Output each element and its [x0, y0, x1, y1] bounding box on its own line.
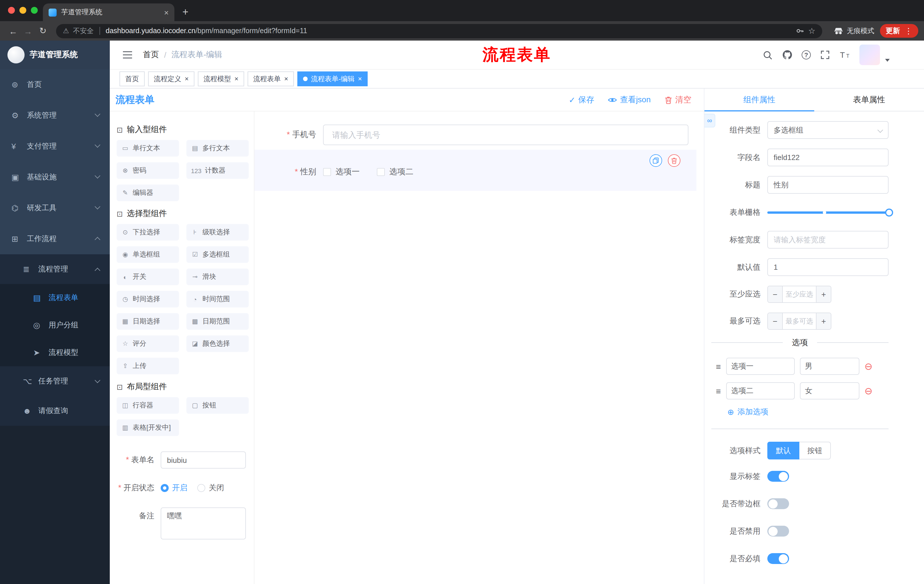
- copy-button[interactable]: [650, 154, 662, 167]
- status-on-radio[interactable]: 开启: [161, 483, 188, 493]
- update-button[interactable]: 更新 ⋮: [880, 24, 918, 38]
- sidebar-item-payment-mgmt[interactable]: ¥ 支付管理: [0, 131, 110, 162]
- fullscreen-icon[interactable]: [819, 49, 831, 61]
- sidebar-item-process-form[interactable]: ▤ 流程表单: [0, 284, 110, 311]
- min-select-input[interactable]: [783, 286, 816, 302]
- remove-option-icon[interactable]: ⊖: [865, 362, 873, 371]
- browser-tab[interactable]: 芋道管理系统 ×: [43, 3, 174, 21]
- gender-option-2-checkbox[interactable]: 选项二: [377, 167, 413, 177]
- component-chip[interactable]: ⊦级联选择: [186, 224, 249, 240]
- component-chip[interactable]: ☆评分: [117, 336, 179, 352]
- bookmark-star-icon[interactable]: ☆: [808, 26, 815, 35]
- search-icon[interactable]: [762, 49, 773, 61]
- component-chip[interactable]: ▢按钮: [186, 397, 249, 414]
- component-chip[interactable]: ▤多行文本: [186, 140, 249, 156]
- component-chip[interactable]: ▦日期选择: [117, 313, 179, 330]
- required-switch[interactable]: [767, 553, 789, 564]
- drag-handle-icon[interactable]: ≡: [716, 386, 721, 396]
- password-key-icon[interactable]: [796, 27, 804, 35]
- tab-component-props[interactable]: 组件属性: [705, 89, 814, 111]
- save-button[interactable]: ✓ 保存: [569, 95, 594, 105]
- sidebar-item-process-model[interactable]: ➤ 流程模型: [0, 339, 110, 366]
- component-chip[interactable]: ⊸滑块: [186, 268, 249, 285]
- show-label-switch[interactable]: [767, 471, 789, 482]
- tag-process-model[interactable]: 流程模型 ×: [198, 71, 244, 86]
- back-button[interactable]: ←: [6, 26, 21, 36]
- sidebar-item-leave-query[interactable]: ☻ 请假查询: [0, 396, 110, 426]
- app-logo[interactable]: 芋道管理系统: [0, 41, 110, 69]
- gender-option-1-checkbox[interactable]: 选项一: [323, 167, 360, 177]
- component-chip[interactable]: ⊙下拉选择: [117, 224, 179, 240]
- sidebar-item-home[interactable]: ⊚ 首页: [0, 69, 110, 100]
- sidebar-item-infrastructure[interactable]: ▣ 基础设施: [0, 162, 110, 192]
- border-switch[interactable]: [767, 498, 789, 509]
- decrease-button[interactable]: −: [768, 286, 783, 302]
- component-chip[interactable]: 123计数器: [186, 162, 249, 179]
- close-icon[interactable]: ×: [284, 76, 288, 82]
- component-chip[interactable]: ◐开关: [117, 268, 179, 285]
- reload-button[interactable]: ↻: [35, 26, 50, 36]
- add-option-button[interactable]: ⊕ 添加选项: [727, 407, 889, 417]
- zoom-window-button[interactable]: [31, 7, 38, 14]
- tag-process-definition[interactable]: 流程定义 ×: [148, 71, 195, 86]
- component-chip[interactable]: ▥表格[开发中]: [117, 419, 179, 436]
- close-icon[interactable]: ×: [358, 76, 362, 82]
- component-chip[interactable]: ☑多选框组: [186, 246, 249, 263]
- hamburger-icon[interactable]: [122, 51, 133, 59]
- label-width-input[interactable]: [767, 231, 889, 248]
- field-name-input[interactable]: [767, 148, 889, 166]
- address-bar[interactable]: ⚠ 不安全 dashboard.yudao.iocoder.cn/bpm/man…: [56, 24, 822, 38]
- drag-handle-icon[interactable]: ≡: [716, 362, 721, 371]
- close-icon[interactable]: ×: [185, 76, 189, 82]
- option-value-input[interactable]: [800, 382, 860, 400]
- font-size-icon[interactable]: TT: [839, 49, 851, 61]
- max-select-input[interactable]: [783, 313, 816, 329]
- component-chip[interactable]: ▩日期范围: [186, 313, 249, 330]
- tag-process-form[interactable]: 流程表单 ×: [248, 71, 294, 86]
- tab-form-props[interactable]: 表单属性: [814, 89, 924, 111]
- sidebar-item-workflow[interactable]: ⊞ 工作流程: [0, 224, 110, 254]
- form-grid-slider[interactable]: [767, 204, 889, 221]
- component-chip[interactable]: ◉单选框组: [117, 246, 179, 263]
- link-badge-icon[interactable]: ∞: [705, 114, 715, 127]
- style-button-button[interactable]: 按钮: [799, 442, 831, 459]
- phone-field-row[interactable]: 手机号: [254, 125, 688, 145]
- github-icon[interactable]: [782, 49, 793, 61]
- form-remark-textarea[interactable]: 嘿嘿: [161, 507, 246, 540]
- new-tab-button[interactable]: +: [182, 7, 188, 17]
- sidebar-item-dev-tools[interactable]: ⌬ 研发工具: [0, 192, 110, 224]
- increase-button[interactable]: +: [816, 286, 831, 302]
- clear-button[interactable]: 清空: [664, 95, 691, 105]
- breadcrumb-home[interactable]: 首页: [143, 50, 159, 60]
- component-chip[interactable]: ◫行容器: [117, 397, 179, 414]
- style-default-button[interactable]: 默认: [767, 442, 799, 459]
- option-label-input[interactable]: [726, 358, 795, 375]
- sidebar-item-system-mgmt[interactable]: ⚙ 系统管理: [0, 100, 110, 131]
- component-chip[interactable]: ◪颜色选择: [186, 336, 249, 352]
- sidebar-item-task-mgmt[interactable]: ⌥ 任务管理: [0, 366, 110, 396]
- forward-button[interactable]: →: [21, 26, 35, 36]
- component-chip[interactable]: ⇪上传: [117, 358, 179, 374]
- component-chip[interactable]: ▭单行文本: [117, 140, 179, 156]
- tab-close-icon[interactable]: ×: [164, 8, 169, 16]
- close-icon[interactable]: ×: [234, 76, 238, 82]
- component-chip[interactable]: ◔时间范围: [186, 291, 249, 308]
- decrease-button[interactable]: −: [768, 313, 783, 329]
- help-icon[interactable]: ?: [802, 50, 811, 59]
- view-json-button[interactable]: 查看json: [608, 95, 651, 105]
- phone-field-input[interactable]: [323, 125, 688, 145]
- increase-button[interactable]: +: [816, 313, 831, 329]
- status-off-radio[interactable]: 关闭: [197, 483, 224, 493]
- form-name-input[interactable]: [161, 451, 246, 469]
- disabled-switch[interactable]: [767, 526, 789, 536]
- slider-thumb[interactable]: [885, 208, 893, 216]
- security-label[interactable]: 不安全: [73, 26, 94, 36]
- component-type-select[interactable]: 多选框组: [767, 121, 889, 139]
- component-chip[interactable]: ✎编辑器: [117, 184, 179, 201]
- option-value-input[interactable]: [800, 358, 860, 375]
- tag-home[interactable]: 首页: [119, 71, 145, 86]
- tag-process-form-edit[interactable]: 流程表单-编辑 ×: [297, 71, 368, 86]
- sidebar-item-process-mgmt[interactable]: ≣ 流程管理: [0, 254, 110, 284]
- option-label-input[interactable]: [726, 382, 795, 400]
- component-chip[interactable]: ⊗密码: [117, 162, 179, 179]
